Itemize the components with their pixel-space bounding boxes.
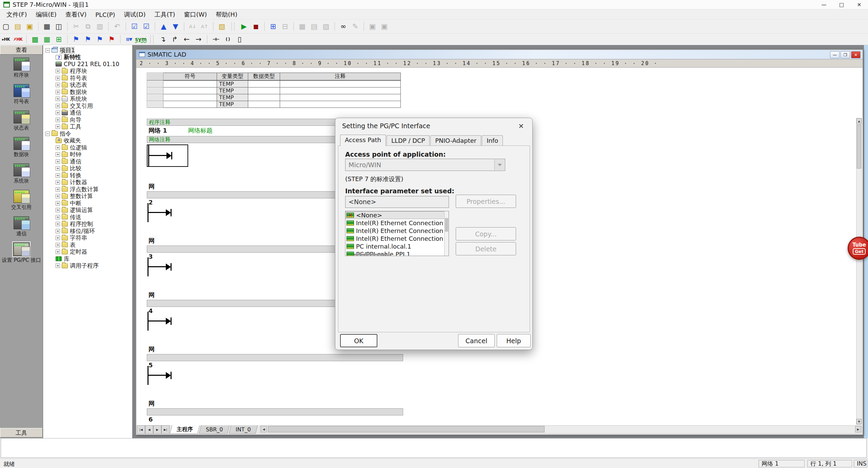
tab-info[interactable]: Info <box>482 135 503 146</box>
sidebar-item-data-block[interactable]: 数据块 <box>0 137 43 163</box>
menu-item[interactable]: 文件(F) <box>2 9 31 20</box>
upload-button[interactable]: ▲ <box>158 21 170 32</box>
sidebar-item-system-block[interactable]: 系统块 <box>0 163 43 190</box>
tree-expander[interactable]: + <box>56 104 60 108</box>
delete-network-button[interactable]: ✗HK <box>12 34 24 44</box>
tree-item[interactable]: + 数据块 <box>44 89 132 96</box>
interface-list-item[interactable]: Intel(R) Ethernet Connection (12) I2 <box>346 219 449 227</box>
maximize-button[interactable]: □ <box>833 0 850 9</box>
program-status-button[interactable]: ⊞ <box>267 21 279 32</box>
save-project-button[interactable]: ▣ <box>24 21 36 32</box>
cut-button[interactable]: ✂ <box>70 21 82 32</box>
close-button[interactable]: ✕ <box>850 0 868 9</box>
toggle-pou-comments-button[interactable]: ▩ <box>29 34 41 44</box>
tab-scroll-button[interactable]: ▶ <box>153 425 161 434</box>
line-down-button[interactable]: ↴ <box>157 34 169 44</box>
tree-expander[interactable]: + <box>56 69 60 73</box>
symbol-table-button[interactable]: ⊞▼ <box>123 34 135 44</box>
tree-expander[interactable]: + <box>56 229 60 233</box>
tab-scroll-button[interactable]: ◀ <box>145 425 153 434</box>
lad-close-button[interactable]: ✕ <box>851 51 861 58</box>
tree-expander[interactable]: + <box>56 173 60 178</box>
scroll-left-icon[interactable]: ◀ <box>261 426 267 432</box>
undo-button[interactable]: ↶ <box>111 21 123 32</box>
tree-item[interactable]: + 系统块 <box>44 96 132 103</box>
tab-access-path[interactable]: Access Path <box>340 135 386 146</box>
sort-ascending-button[interactable]: A↑ <box>199 21 211 32</box>
force-button[interactable]: ▣ <box>367 21 378 32</box>
scrollbar-thumb[interactable] <box>857 124 861 169</box>
interface-parameter-field[interactable]: <None> <box>345 196 449 208</box>
run-button[interactable]: ▶ <box>238 21 250 32</box>
tab-lldp-dcp[interactable]: LLDP / DCP <box>387 135 430 146</box>
chart-status-button[interactable]: ▦ <box>296 21 308 32</box>
lad-horizontal-scrollbar[interactable]: ◀ ▶ <box>260 425 862 434</box>
interface-list-item[interactable]: PC internal.local.1 <box>346 242 449 250</box>
tree-item[interactable]: + 浮点数计算 <box>44 186 132 193</box>
compile-button[interactable]: ☑ <box>129 21 140 32</box>
tree-expander[interactable]: + <box>56 166 60 171</box>
tubeget-badge[interactable]: Tube Get <box>848 237 868 260</box>
tree-item[interactable]: + 状态表 <box>44 82 132 89</box>
tree-item[interactable]: + 转换 <box>44 172 132 179</box>
lad-vertical-scrollbar[interactable]: ▲ ▼ <box>856 118 862 425</box>
menu-item[interactable]: 查看(V) <box>61 9 91 20</box>
line-right-button[interactable]: → <box>193 34 204 44</box>
tree-item[interactable]: 库 <box>44 255 132 262</box>
tree-item[interactable]: + 逻辑运算 <box>44 207 132 214</box>
bookmark-clear-button[interactable]: ⚑ <box>106 34 118 44</box>
bookmark-toggle-button[interactable]: ⚑ <box>70 34 82 44</box>
tree-item[interactable]: + 计数器 <box>44 179 132 186</box>
unforce-button[interactable]: ▣ <box>378 21 390 32</box>
tab-scroll-button[interactable]: ▶| <box>161 425 170 434</box>
variable-table-row[interactable]: TEMP <box>147 87 401 94</box>
access-point-combobox[interactable]: Micro/WIN <box>345 159 505 171</box>
sidebar-item-set-pgpc-interface[interactable]: 设置 PG/PC 接口 <box>0 243 43 269</box>
tree-expander[interactable]: + <box>56 76 60 80</box>
download-button[interactable]: ▼ <box>170 21 181 32</box>
scroll-up-icon[interactable]: ▲ <box>856 118 862 124</box>
help-button[interactable]: Help <box>497 334 531 347</box>
toggle-symbol-info-table-button[interactable]: ⊞ <box>53 34 65 44</box>
open-project-button[interactable]: ▤ <box>12 21 24 32</box>
tree-item[interactable]: CPU 221 REL 01.10 <box>44 61 132 68</box>
pause-program-status-button[interactable]: ⊟ <box>279 21 291 32</box>
menu-item[interactable]: PLC(P) <box>91 10 119 19</box>
insert-box-button[interactable]: ▯ <box>234 34 245 44</box>
tree-item[interactable]: + 通信 <box>44 158 132 165</box>
compile-all-button[interactable]: ☑ <box>140 21 152 32</box>
new-project-button[interactable]: ▢ <box>0 21 12 32</box>
list-horizontal-scrollbar[interactable] <box>351 254 388 255</box>
lad-restore-button[interactable]: ❐ <box>841 51 850 58</box>
tree-expander[interactable]: + <box>56 194 60 198</box>
print-preview-button[interactable]: ◫ <box>53 21 65 32</box>
network-comment-bar[interactable] <box>147 408 403 415</box>
single-read-button[interactable]: ▨ <box>320 21 332 32</box>
sidebar-item-symbol-table[interactable]: 符号表 <box>0 84 43 111</box>
variable-table-row[interactable]: TEMP <box>147 80 401 87</box>
sidebar-item-cross-reference[interactable]: 交叉引用 <box>0 190 43 216</box>
tree-expander[interactable]: + <box>56 208 60 212</box>
tree-item[interactable]: + 调用子程序 <box>44 262 132 270</box>
print-button[interactable]: ▦ <box>41 21 53 32</box>
tree-expander[interactable]: + <box>56 145 60 150</box>
bookmark-next-button[interactable]: ⚑ <box>82 34 94 44</box>
paste-button[interactable]: ▥ <box>94 21 106 32</box>
trend-view-button[interactable]: ▤ <box>308 21 320 32</box>
tree-expander[interactable]: + <box>56 180 60 184</box>
menu-item[interactable]: 工具(T) <box>150 9 179 20</box>
tree-expander[interactable]: + <box>56 152 60 157</box>
tree-expander[interactable]: + <box>56 264 60 268</box>
sort-descending-button[interactable]: A↓ <box>187 21 199 32</box>
tree-item[interactable]: + 向导 <box>44 116 132 123</box>
menu-item[interactable]: 帮助(H) <box>211 9 242 20</box>
tree-item[interactable]: + 位逻辑 <box>44 144 132 151</box>
tab-int0[interactable]: INT_0 <box>229 425 258 434</box>
insert-network-button[interactable]: ▸HK <box>0 34 12 44</box>
tree-expander[interactable]: + <box>56 222 60 226</box>
line-left-button[interactable]: ← <box>181 34 193 44</box>
tree-item[interactable]: + 交叉引用 <box>44 102 132 110</box>
copy-button[interactable]: Copy... <box>456 227 516 240</box>
toggle-symbolic-view-button[interactable]: sym <box>135 34 147 44</box>
tree-expander[interactable]: + <box>56 243 60 247</box>
